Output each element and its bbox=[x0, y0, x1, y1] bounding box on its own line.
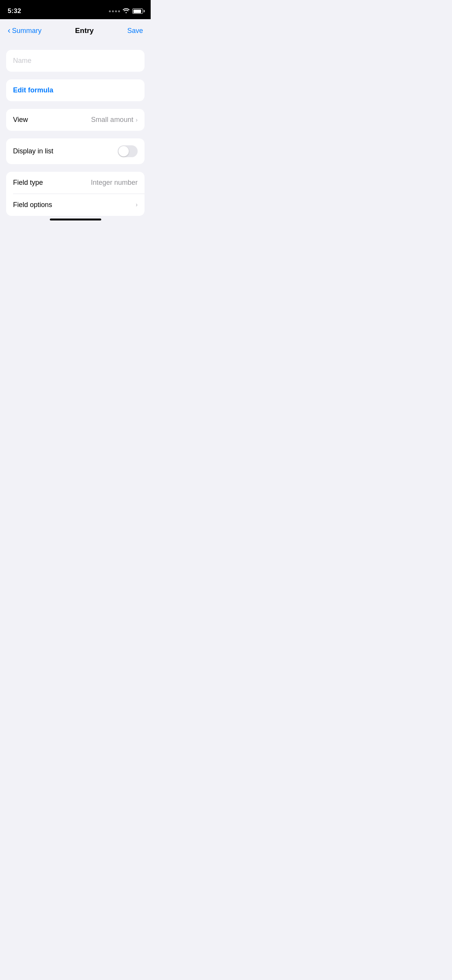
back-button[interactable]: ‹ Summary bbox=[8, 27, 41, 35]
edit-formula-card: Edit formula bbox=[6, 79, 145, 101]
view-card[interactable]: View Small amount › bbox=[6, 109, 145, 131]
app-container: ‹ Summary Entry Save Edit formula View S… bbox=[0, 19, 151, 224]
battery-icon bbox=[132, 8, 143, 14]
edit-formula-button[interactable]: Edit formula bbox=[6, 79, 145, 101]
display-in-list-card: Display in list bbox=[6, 138, 145, 164]
field-options-row[interactable]: Field options › bbox=[6, 194, 145, 216]
home-indicator bbox=[50, 219, 101, 220]
wifi-icon bbox=[123, 8, 130, 15]
status-bar: 5:32 bbox=[0, 0, 151, 19]
back-chevron-icon: ‹ bbox=[8, 26, 10, 35]
status-icons bbox=[109, 8, 143, 15]
view-label: View bbox=[13, 116, 28, 124]
view-value-container: Small amount › bbox=[91, 116, 138, 124]
back-label: Summary bbox=[12, 27, 41, 35]
field-settings-card: Field type Integer number Field options … bbox=[6, 172, 145, 216]
field-type-value: Integer number bbox=[91, 179, 138, 187]
field-type-row: Field type Integer number bbox=[6, 172, 145, 194]
name-card bbox=[6, 50, 145, 72]
name-input[interactable] bbox=[6, 50, 145, 72]
field-options-chevron-icon: › bbox=[136, 201, 138, 208]
field-options-label: Field options bbox=[13, 201, 52, 209]
nav-bar: ‹ Summary Entry Save bbox=[0, 19, 151, 42]
display-in-list-row: Display in list bbox=[6, 138, 145, 164]
form-content: Edit formula View Small amount › Display… bbox=[0, 42, 151, 224]
toggle-thumb bbox=[118, 146, 129, 156]
display-in-list-label: Display in list bbox=[13, 147, 53, 155]
status-time: 5:32 bbox=[8, 7, 21, 15]
page-title: Entry bbox=[75, 26, 94, 35]
field-type-label: Field type bbox=[13, 179, 43, 187]
signal-icon bbox=[109, 10, 120, 12]
save-button[interactable]: Save bbox=[127, 27, 143, 35]
view-value: Small amount bbox=[91, 116, 133, 124]
view-row[interactable]: View Small amount › bbox=[6, 109, 145, 131]
display-in-list-toggle[interactable] bbox=[118, 145, 138, 157]
view-chevron-icon: › bbox=[136, 117, 138, 123]
